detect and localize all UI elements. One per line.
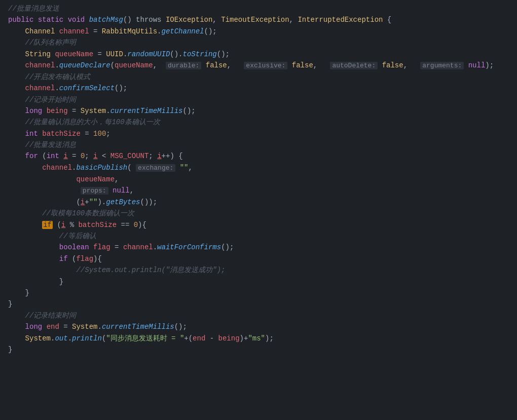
- code-line-7: //开启发布确认模式: [0, 71, 517, 83]
- code-line-30: System.out.println("同步消息发送耗时 = "+(end - …: [0, 333, 517, 344]
- code-line-29: long end = System.currentTimeMillis();: [0, 321, 517, 332]
- code-line-21: //等后确认: [0, 231, 517, 242]
- code-line-26: }: [0, 287, 517, 298]
- code-line-23: if (flag){: [0, 253, 517, 264]
- code-line-22: boolean flag = channel.waitForConfirms()…: [0, 242, 517, 253]
- code-line-27: }: [0, 298, 517, 310]
- code-line-4: //队列名称声明: [0, 37, 517, 48]
- code-line-24: //System.out.println("消息发送成功");: [0, 264, 517, 276]
- code-line-19: //取模每100条数据确认一次: [0, 208, 517, 219]
- code-line-5: String queueName = UUID.randomUUID().toS…: [0, 49, 517, 60]
- code-line-28: //记录结束时间: [0, 310, 517, 321]
- code-line-14: for (int i = 0; i < MSG_COUNT; i++) {: [0, 150, 517, 162]
- code-line-20: if (i % batchSize == 0){: [0, 219, 517, 231]
- code-line-15: channel.basicPublish( exchange: "",: [0, 162, 517, 174]
- code-line-18: (i+"").getBytes());: [0, 197, 517, 208]
- code-line-6: channel.queueDeclare(queueName, durable:…: [0, 60, 517, 71]
- code-line-12: int batchSize = 100;: [0, 128, 517, 139]
- code-line-13: //批量发送消息: [0, 139, 517, 150]
- code-line-17: props: null,: [0, 185, 517, 197]
- code-line-11: //批量确认消息的大小，每100条确认一次: [0, 117, 517, 128]
- code-editor: //批量消息发送 public static void batchMsg() t…: [0, 0, 517, 420]
- code-line-3: Channel channel = RabbitMqUtils.getChann…: [0, 26, 517, 37]
- code-line-9: //记录开始时间: [0, 94, 517, 105]
- code-line-1: //批量消息发送: [0, 3, 517, 14]
- code-line-31: }: [0, 344, 517, 355]
- code-line-2: public static void batchMsg() throws IOE…: [0, 14, 517, 25]
- code-line-25: }: [0, 276, 517, 287]
- code-line-8: channel.confirmSelect();: [0, 83, 517, 94]
- code-line-16: queueName,: [0, 174, 517, 185]
- code-line-10: long being = System.currentTimeMillis();: [0, 105, 517, 117]
